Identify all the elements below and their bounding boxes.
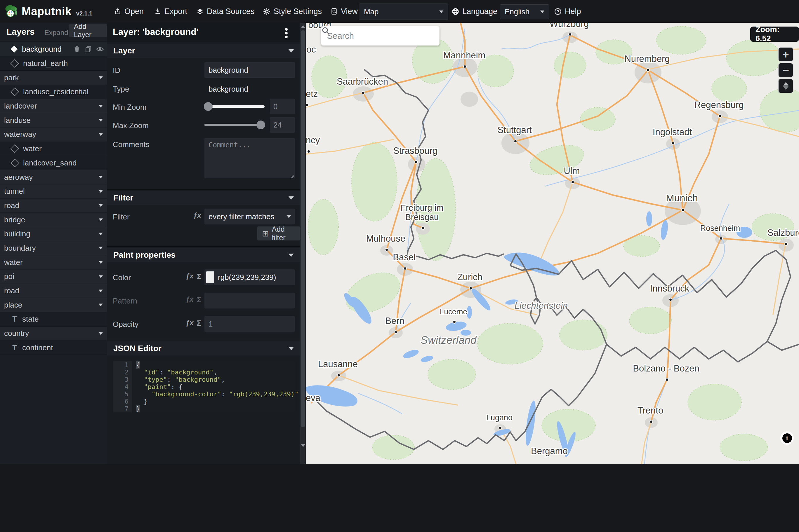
- fx-expression-icon[interactable]: ƒx: [186, 319, 193, 327]
- chevron-down-icon[interactable]: [99, 247, 103, 249]
- language-select[interactable]: English: [500, 4, 549, 19]
- min-zoom-slider-thumb[interactable]: [204, 102, 212, 111]
- chevron-down-icon[interactable]: [99, 133, 103, 136]
- compass-tilt-button[interactable]: [778, 78, 794, 93]
- layer-row-place[interactable]: place: [0, 298, 107, 312]
- layer-row-landcover_sand[interactable]: landcover_sand: [0, 156, 107, 170]
- chevron-down-icon[interactable]: [99, 76, 103, 79]
- visibility-eye-icon[interactable]: [96, 45, 104, 53]
- kebab-menu-icon[interactable]: [285, 27, 288, 39]
- min-zoom-slider[interactable]: [204, 106, 265, 108]
- layer-row-waterway[interactable]: waterway: [0, 128, 107, 142]
- menu-export[interactable]: Export: [154, 0, 187, 23]
- help-icon: ?: [554, 7, 562, 16]
- min-zoom-input[interactable]: 0: [270, 99, 295, 114]
- chevron-down-icon[interactable]: [99, 176, 103, 178]
- chevron-down-icon[interactable]: [99, 332, 103, 335]
- layer-row-road[interactable]: road: [0, 284, 107, 298]
- city-dot: [415, 160, 417, 164]
- menu-style-settings[interactable]: Style Settings: [263, 0, 322, 23]
- chevron-down-icon[interactable]: [99, 218, 103, 221]
- editor-scrollbar[interactable]: [300, 23, 306, 464]
- zoom-function-icon[interactable]: Σ: [197, 272, 202, 281]
- json-line[interactable]: 2 "id": "background",: [113, 368, 295, 376]
- section-json-editor[interactable]: JSON Editor: [107, 341, 300, 356]
- section-paint[interactable]: Paint properties: [107, 248, 300, 262]
- chevron-down-icon[interactable]: [99, 105, 103, 108]
- scroll-up-icon[interactable]: [301, 25, 305, 28]
- comments-textarea[interactable]: Comment...: [204, 138, 295, 178]
- layer-row-poi[interactable]: poi: [0, 270, 107, 284]
- json-code-editor[interactable]: 1{2 "id": "background",3 "type": "backgr…: [113, 361, 295, 412]
- json-line[interactable]: 4 "paint": {: [113, 383, 295, 391]
- layer-row-boundary[interactable]: boundary: [0, 241, 107, 255]
- layer-row-park[interactable]: park: [0, 71, 107, 85]
- zoom-function-icon[interactable]: Σ: [197, 295, 202, 304]
- max-zoom-slider[interactable]: [204, 124, 265, 126]
- chevron-down-icon[interactable]: [99, 190, 103, 193]
- map-canvas[interactable]: bourgocWürzburgMannheimNurembergSaarbrüc…: [306, 23, 799, 464]
- chevron-down-icon[interactable]: [99, 275, 103, 278]
- json-line[interactable]: 3 "type": "background",: [113, 376, 295, 383]
- scrollbar-thumb[interactable]: [301, 30, 305, 427]
- chevron-down-icon[interactable]: [99, 261, 103, 264]
- city-dot: [720, 237, 723, 240]
- layer-row-water[interactable]: water: [0, 142, 107, 156]
- json-line[interactable]: 6 }: [113, 398, 295, 405]
- menu-open[interactable]: Open: [114, 0, 144, 23]
- filter-combinator-select[interactable]: every filter matches: [204, 209, 295, 224]
- chevron-down-icon[interactable]: [99, 119, 103, 122]
- zoom-out-button[interactable]: −: [778, 63, 794, 78]
- fx-expression-icon[interactable]: ƒx: [193, 211, 201, 220]
- json-line[interactable]: 7}: [113, 405, 295, 412]
- layer-row-water[interactable]: water: [0, 255, 107, 270]
- pattern-input[interactable]: [204, 293, 295, 308]
- opacity-input[interactable]: 1: [204, 316, 295, 332]
- layer-row-building[interactable]: building: [0, 227, 107, 241]
- json-line[interactable]: 1{: [113, 361, 295, 368]
- view-select[interactable]: Map: [359, 3, 448, 20]
- layer-row-background[interactable]: background: [0, 42, 107, 57]
- chevron-down-icon[interactable]: [99, 304, 103, 306]
- zoom-function-icon[interactable]: Σ: [197, 319, 202, 328]
- layer-row-bridge[interactable]: bridge: [0, 213, 107, 227]
- layer-row-continent[interactable]: Tcontinent: [0, 341, 107, 355]
- max-zoom-input[interactable]: 24: [270, 117, 295, 133]
- resize-handle[interactable]: [290, 174, 294, 178]
- layer-row-road[interactable]: road: [0, 199, 107, 213]
- layer-row-tunnel[interactable]: tunnel: [0, 185, 107, 199]
- scroll-down-icon[interactable]: [301, 444, 305, 447]
- expand-button[interactable]: Expand: [44, 28, 68, 37]
- layer-row-natural_earth[interactable]: natural_earth: [0, 57, 107, 71]
- chevron-down-icon[interactable]: [99, 204, 103, 207]
- layer-row-landcover[interactable]: landcover: [0, 99, 107, 114]
- add-layer-button[interactable]: Add Layer: [69, 24, 107, 37]
- layer-row-landuse[interactable]: landuse: [0, 113, 107, 128]
- map-label-nuremberg: Nuremberg: [624, 54, 670, 64]
- section-layer[interactable]: Layer: [107, 44, 300, 58]
- json-line[interactable]: 5 "background-color": "rgb(239,239,239)": [113, 391, 295, 398]
- chevron-down-icon[interactable]: [99, 233, 103, 235]
- id-input[interactable]: background: [204, 62, 295, 78]
- layer-row-landuse_residential[interactable]: landuse_residential: [0, 85, 107, 99]
- attribution-button[interactable]: i: [780, 431, 794, 445]
- chevron-down-icon[interactable]: [99, 289, 103, 292]
- layer-row-aeroway[interactable]: aeroway: [0, 170, 107, 185]
- menu-data-sources[interactable]: Data Sources: [196, 0, 255, 23]
- color-swatch[interactable]: [206, 271, 215, 283]
- layer-row-country[interactable]: country: [0, 326, 107, 341]
- map-label-bolzano---bozen: Bolzano - Bozen: [633, 363, 699, 374]
- fx-expression-icon[interactable]: ƒx: [186, 295, 193, 304]
- layer-row-state[interactable]: Tstate: [0, 312, 107, 326]
- duplicate-layer-icon[interactable]: [85, 45, 92, 53]
- fx-expression-icon[interactable]: ƒx: [186, 272, 193, 280]
- section-filter[interactable]: Filter: [107, 191, 300, 205]
- map-search-box[interactable]: Search: [321, 26, 440, 45]
- delete-layer-icon[interactable]: [73, 45, 80, 53]
- zoom-in-button[interactable]: +: [778, 47, 794, 62]
- menu-help[interactable]: ? Help: [554, 0, 581, 23]
- city-dot: [404, 267, 407, 270]
- color-input[interactable]: rgb(239,239,239): [204, 269, 295, 285]
- add-filter-button[interactable]: ⊞ Add filter: [257, 226, 300, 241]
- max-zoom-slider-thumb[interactable]: [256, 120, 265, 129]
